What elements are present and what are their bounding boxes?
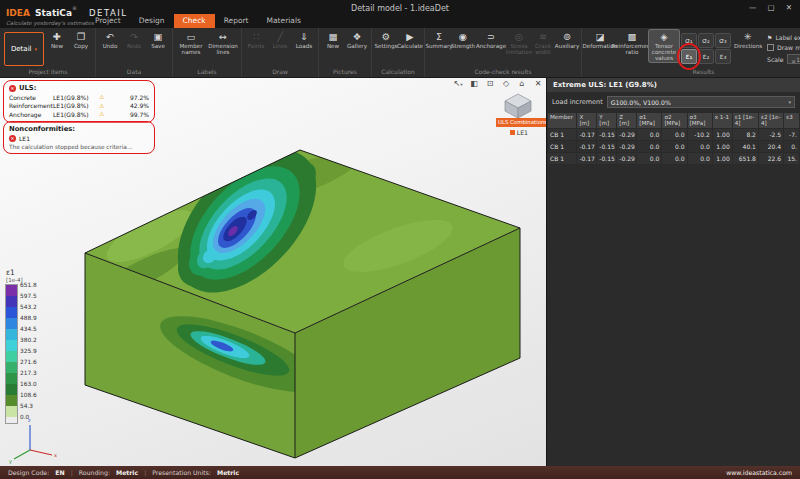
- combination-color-swatch: [510, 130, 515, 135]
- new-project-item-button[interactable]: ✚ New: [46, 30, 68, 50]
- nonconformity-item[interactable]: ✕ LE1: [9, 134, 149, 144]
- ribbon-group-results: ◪ Deformation ▩ Reinforcement ratio ◈ Te…: [582, 28, 800, 77]
- crack-width-button: ≋ Crack width: [532, 30, 554, 56]
- ribbon-group-pictures: ▦ New ❖ Gallery Pictures: [319, 28, 372, 77]
- directions-icon: ✳: [744, 31, 752, 43]
- check-row-concrete[interactable]: Concrete LE1(G9.8%) ⚠ 97.2%: [9, 93, 149, 102]
- maximize-icon[interactable]: ▢: [768, 3, 775, 12]
- calculate-button[interactable]: ▶ Calculate: [399, 30, 421, 50]
- check-row-anchorage[interactable]: Anchorage LE1(G9.8%) ⚠ 99.7%: [9, 110, 149, 119]
- rounding-value[interactable]: Metric: [116, 469, 138, 476]
- dimension-lines-button[interactable]: ↔ Dimension lines: [208, 30, 238, 56]
- save-button[interactable]: ▣ Save: [147, 30, 169, 50]
- units-value[interactable]: Metric: [217, 469, 239, 476]
- ribbon-collapse-icon[interactable]: ✕: [791, 58, 796, 65]
- select-tool-icon[interactable]: ↖▾: [453, 79, 463, 88]
- draw-mesh-toggle[interactable]: Draw mesh: [767, 44, 800, 51]
- sigma3-button[interactable]: σ₃: [715, 33, 731, 48]
- table-row[interactable]: CB 1-0.17-0.15-0.29 0.00.00.01.00 40.120…: [548, 140, 800, 152]
- tab-report[interactable]: Report: [215, 14, 258, 28]
- col-y[interactable]: Y [m]: [597, 113, 617, 129]
- legend-value: 163.0: [20, 379, 37, 390]
- ribbon-tabs: Project Design Check Report Materials: [86, 14, 310, 28]
- legend-value: 543.2: [20, 302, 37, 313]
- status-bar: Design Code: EN | Rounding: Metric | Pre…: [0, 466, 800, 479]
- label-extreme-toggle[interactable]: ⚑ Label extreme: [767, 34, 800, 41]
- col-eps2[interactable]: ε2 [1e-4]: [758, 113, 783, 129]
- detail-button[interactable]: Detail ▾: [4, 32, 44, 66]
- save-icon: ▣: [154, 31, 163, 43]
- tab-project[interactable]: Project: [86, 14, 130, 28]
- col-sigma2[interactable]: σ2 [MPa]: [662, 113, 687, 129]
- eps1-button[interactable]: ε₁: [681, 49, 697, 64]
- display-mode-icon[interactable]: ◧: [469, 79, 479, 88]
- col-sigma3[interactable]: σ3 [MPa]: [687, 113, 712, 129]
- sigma1-button[interactable]: σ₁: [681, 33, 697, 48]
- stress-limitation-button: ◎ Stress limitation: [508, 30, 530, 56]
- auxiliary-button[interactable]: ⊚ Auxiliary: [556, 30, 578, 50]
- close-icon[interactable]: ✕: [786, 3, 792, 12]
- col-sigma1[interactable]: σ1 [MPa]: [637, 113, 662, 129]
- reinforcement-ratio-button[interactable]: ▩ Reinforcement ratio: [617, 30, 647, 56]
- reinforcement-ratio-icon: ▩: [628, 31, 637, 43]
- ribbon-group-calculation: ⚙ Settings ▶ Calculate Calculation: [372, 28, 425, 77]
- col-x11[interactable]: x 1-1: [712, 113, 732, 129]
- loads-button[interactable]: ⇓ Loads: [293, 30, 315, 50]
- ribbon-group-project-items: Detail ▾ ✚ New ❐ Copy Project items: [1, 28, 96, 77]
- directions-button[interactable]: ✳ Directions: [733, 30, 763, 50]
- settings-button[interactable]: ⚙ Settings: [375, 30, 397, 50]
- brand-statica: StatiCa: [35, 8, 72, 18]
- new-picture-button[interactable]: ▦ New: [322, 30, 344, 50]
- units-label: Presentation Units:: [152, 469, 211, 476]
- design-code-value[interactable]: EN: [55, 469, 64, 476]
- col-member[interactable]: Member: [548, 113, 577, 129]
- close-view-icon[interactable]: ✕: [533, 79, 543, 88]
- legend-value: 0.0: [20, 412, 37, 423]
- section-plane-icon[interactable]: ⊡: [485, 79, 495, 88]
- tab-design[interactable]: Design: [130, 14, 174, 28]
- summary-button[interactable]: Σ Summary: [428, 30, 450, 50]
- rounding-label: Rounding:: [79, 469, 110, 476]
- home-view-icon[interactable]: ⌂: [517, 79, 527, 88]
- tab-materials[interactable]: Materials: [258, 14, 310, 28]
- table-row[interactable]: CB 1-0.17-0.15-0.29 0.00.0-10.21.00 8.2-…: [548, 128, 800, 140]
- chevron-down-icon: ▾: [788, 99, 791, 105]
- new-picture-icon: ▦: [329, 31, 338, 43]
- legend-value: 434.5: [20, 324, 37, 335]
- axonometry-icon[interactable]: ◇: [501, 79, 511, 88]
- copy-icon: ❐: [77, 31, 86, 43]
- results-summary-overlay: ✕ ULS: Concrete LE1(G9.8%) ⚠ 97.2% Reinf…: [3, 80, 155, 154]
- navigation-cube[interactable]: [502, 92, 534, 120]
- gallery-button[interactable]: ❖ Gallery: [346, 30, 368, 50]
- copy-button[interactable]: ❐ Copy: [70, 30, 92, 50]
- strength-button[interactable]: ◉ Strength: [452, 30, 474, 50]
- eps3-button[interactable]: ε₃: [715, 49, 731, 64]
- viewport[interactable]: z x y ↖▾ ◧ ⊡ ◇ ⌂ ✕ ULS Combinations LE1: [0, 78, 546, 466]
- website-link[interactable]: www.ideastatica.com: [726, 469, 792, 476]
- minimize-icon[interactable]: —: [749, 3, 757, 12]
- load-increment-label: Load increment: [552, 98, 603, 106]
- sigma2-button[interactable]: σ₂: [698, 33, 714, 48]
- anchorage-button[interactable]: ⊃ Anchorage: [476, 30, 506, 50]
- legend-color-band: [6, 340, 17, 351]
- tensor-concrete-values-button[interactable]: ◈ Tensor concrete values: [649, 30, 679, 62]
- summary-icon: Σ: [436, 31, 442, 43]
- undo-button[interactable]: ↶ Undo: [99, 30, 121, 50]
- draw-mesh-checkbox[interactable]: [767, 44, 774, 51]
- deformation-button[interactable]: ◪ Deformation: [585, 30, 615, 50]
- col-eps1[interactable]: ε1 [1e-4]: [732, 113, 758, 129]
- uls-combinations-badge[interactable]: ULS Combinations: [496, 118, 546, 127]
- load-increment-select[interactable]: G100.0%, V100.0% ▾: [607, 96, 795, 108]
- table-row[interactable]: CB 1-0.17-0.15-0.29 0.00.00.01.00 651.82…: [548, 152, 800, 164]
- redo-icon: ↷: [130, 31, 138, 43]
- check-row-reinforcement[interactable]: Reinforcement LE1(G9.8%) ⚠ 42.9%: [9, 102, 149, 111]
- col-z[interactable]: Z [m]: [617, 113, 637, 129]
- col-eps3[interactable]: ε3: [784, 113, 800, 129]
- legend-color-band: [6, 318, 17, 329]
- col-x[interactable]: X [m]: [577, 113, 597, 129]
- tab-check[interactable]: Check: [174, 14, 215, 28]
- member-names-button[interactable]: ▭ Member names: [176, 30, 206, 56]
- eps2-button[interactable]: ε₂: [698, 49, 714, 64]
- ribbon-group-draw: ∷ Points ╱ Lines ⇓ Loads Draw: [242, 28, 319, 77]
- combination-item-le1[interactable]: LE1: [510, 129, 528, 136]
